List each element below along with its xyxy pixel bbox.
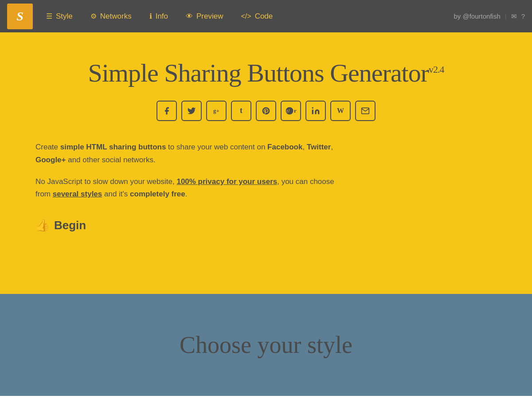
- facebook-icon: [156, 101, 177, 121]
- social-icons-row: g+ t r/ r W: [35, 101, 497, 121]
- twitter-icon: [181, 101, 202, 121]
- tab-code[interactable]: </> Code: [233, 0, 281, 32]
- list-icon: ☰: [46, 12, 52, 20]
- svg-point-2: [312, 107, 313, 108]
- nav-preview-label: Preview: [196, 12, 223, 21]
- tab-preview[interactable]: 👁 Preview: [178, 0, 231, 32]
- navbar: S ☰ Style ⚙ Networks ℹ Info 👁 Preview </…: [0, 0, 532, 32]
- info-icon: ℹ: [149, 12, 152, 20]
- code-icon: </>: [241, 12, 251, 20]
- svg-text:r/: r/: [286, 108, 290, 113]
- tab-networks[interactable]: ⚙ Networks: [82, 0, 140, 32]
- tab-info[interactable]: ℹ Info: [141, 0, 176, 32]
- nav-author: by @fourtonfish | ✉ ?: [454, 12, 525, 20]
- tumblr-icon: t: [231, 101, 251, 121]
- separator: |: [505, 12, 507, 20]
- hero-section: Simple Sharing Buttons Generatorv2.4 g+ …: [0, 32, 532, 294]
- hero-description-1: Create simple HTML sharing buttons to sh…: [35, 141, 346, 167]
- thumbs-up-icon: 👍: [35, 219, 50, 232]
- begin-button[interactable]: 👍 Begin: [35, 219, 86, 232]
- nav-networks-label: Networks: [100, 12, 132, 21]
- style-heading: Choose your style: [180, 331, 352, 359]
- nav-info-label: Info: [156, 12, 168, 21]
- logo[interactable]: S: [7, 4, 33, 29]
- begin-label: Begin: [54, 219, 86, 232]
- pinterest-icon: [256, 101, 276, 121]
- nav-style-label: Style: [56, 12, 73, 21]
- email-link[interactable]: ✉: [511, 12, 517, 20]
- gear-icon: ⚙: [90, 12, 97, 20]
- hero-title: Simple Sharing Buttons Generatorv2.4: [35, 59, 497, 87]
- wordpress-icon: W: [330, 101, 351, 121]
- nav-code-label: Code: [255, 12, 273, 21]
- nav-links: ☰ Style ⚙ Networks ℹ Info 👁 Preview </> …: [38, 0, 454, 32]
- linkedin-icon: [305, 101, 326, 121]
- googleplus-icon: g+: [206, 101, 227, 121]
- styles-link[interactable]: several styles: [53, 190, 102, 198]
- author-text: by @fourtonfish: [454, 12, 500, 20]
- tab-style[interactable]: ☰ Style: [38, 0, 81, 32]
- hero-description-2: No JavaScript to slow down your website,…: [35, 176, 346, 201]
- style-section: Choose your style: [0, 294, 532, 396]
- reddit-icon: r/ r: [281, 101, 301, 121]
- email-share-icon: [355, 101, 376, 121]
- eye-icon: 👁: [186, 12, 193, 20]
- privacy-link[interactable]: 100% privacy for your users: [176, 177, 277, 186]
- help-link[interactable]: ?: [521, 12, 525, 20]
